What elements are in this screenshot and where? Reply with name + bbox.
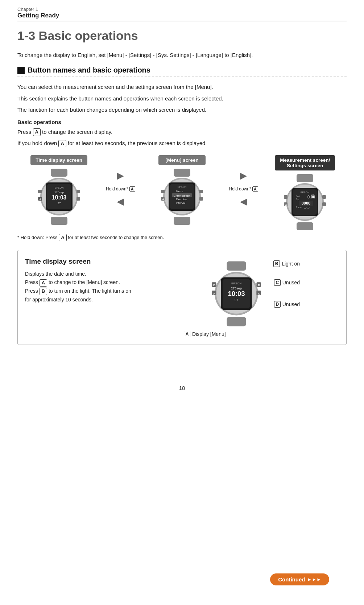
screen-item-menu: [Menu] screen EPSON Menu Chronograph Exe…	[140, 155, 223, 225]
continued-button[interactable]: Continued ►►►	[270, 573, 329, 585]
svg-rect-33	[297, 174, 313, 182]
svg-rect-11	[76, 197, 80, 201]
svg-text:275sep: 275sep	[54, 191, 64, 194]
info-box-title: Time display screen	[25, 258, 134, 266]
footnote: * Hold down: Press A for at least two se…	[17, 234, 347, 241]
basic-ops-label: Basic operations	[17, 119, 347, 125]
svg-text:D: D	[213, 283, 215, 287]
label-a-text: Display [Menu]	[192, 331, 226, 337]
svg-text:--'--": --'--"	[304, 206, 310, 210]
body-line-3: The function for each button changes dep…	[17, 105, 347, 115]
svg-rect-34	[297, 222, 313, 230]
svg-text:Chronograph: Chronograph	[174, 194, 191, 197]
svg-text:10:03: 10:03	[228, 290, 245, 297]
screen-item-measurement: Measurement screen/ Settings screen EPSO…	[264, 155, 347, 230]
press-a-line: Press A to change the screen display.	[17, 127, 347, 137]
svg-rect-53	[227, 261, 246, 270]
svg-text:EPSON: EPSON	[178, 186, 187, 188]
info-box-line-3: Press B to turn on the light. The light …	[25, 287, 134, 304]
breadcrumb-chapter: Chapter 1	[17, 7, 347, 12]
watch-time-display: EPSON 275sep 10:03 27 A	[36, 169, 83, 225]
svg-text:Menu: Menu	[176, 190, 183, 193]
info-box-right: EPSON 275sep 10:03 27 B C A D	[145, 258, 339, 337]
watch-menu-display: EPSON Menu Chronograph Exercise Interval…	[158, 169, 206, 225]
svg-text:Sp: Sp	[296, 198, 299, 201]
label-b-text: Light on	[282, 261, 300, 267]
continued-arrows-icon: ►►►	[307, 577, 321, 582]
svg-text:10:03: 10:03	[51, 194, 66, 201]
svg-text:Interval: Interval	[176, 201, 185, 205]
svg-text:B: B	[258, 283, 260, 287]
label-a: A Display [Menu]	[184, 331, 226, 337]
hold-btn-a-1: A	[129, 186, 135, 192]
continued-label: Continued	[278, 576, 305, 583]
svg-rect-0	[51, 169, 67, 177]
hold-btn-a-2: A	[252, 186, 258, 192]
info-box-line-2: Press A to change to the [Menu] screen.	[25, 278, 134, 287]
footnote-btn-a: A	[59, 234, 66, 241]
body-line-1: You can select the measurement screen an…	[17, 82, 347, 92]
svg-rect-17	[174, 217, 190, 225]
button-a-inline: A	[33, 128, 41, 136]
screen-label-menu: [Menu] screen	[158, 155, 206, 165]
arrow-area-1: ► Hold down* A ◀	[104, 155, 137, 207]
back-arrow-2: ◀	[240, 196, 247, 207]
svg-rect-50	[284, 195, 288, 199]
svg-text:A: A	[39, 198, 41, 201]
breadcrumb-title: Getting Ready	[17, 12, 347, 19]
hold-a-line: If you hold down A for at least two seco…	[17, 139, 347, 148]
svg-text:A: A	[213, 292, 215, 295]
svg-text:A: A	[285, 203, 287, 206]
body-line-2: This section explains the button names a…	[17, 94, 347, 103]
info-box-left: Time display screen Displays the date an…	[25, 258, 134, 304]
screen-label-time: Time display screen	[30, 155, 87, 165]
screen-diagram: Time display screen EPSON	[17, 155, 347, 230]
letter-c: C	[274, 279, 281, 286]
svg-text:EPSON: EPSON	[301, 191, 310, 194]
svg-text:C: C	[258, 292, 260, 295]
svg-text:27: 27	[235, 298, 238, 302]
svg-rect-48	[322, 195, 326, 199]
watch-measurement-display: EPSON Dist Sp 0.00 km 0000 Pace --'--" A	[281, 174, 328, 230]
hold-down-label-2: Hold down* A	[229, 186, 258, 192]
svg-rect-12	[38, 190, 42, 193]
svg-rect-49	[322, 202, 326, 206]
svg-text:Exercise: Exercise	[176, 198, 187, 201]
heading-square-icon	[17, 67, 25, 74]
svg-text:EPSON: EPSON	[231, 282, 241, 285]
svg-rect-10	[76, 190, 80, 193]
letter-a: A	[184, 331, 190, 337]
screen-item-time: Time display screen EPSON	[17, 155, 100, 225]
time-display-info-box: Time display screen Displays the date an…	[17, 250, 347, 345]
back-arrow-1: ◀	[117, 196, 124, 207]
watch-labeled-diagram: EPSON 275sep 10:03 27 B C A D	[184, 258, 300, 337]
page-number: 18	[179, 385, 185, 391]
label-d-text: Unused	[282, 301, 300, 307]
screen-label-measurement: Measurement screen/ Settings screen	[275, 155, 335, 170]
svg-text:Pace: Pace	[296, 206, 302, 209]
svg-text:0000: 0000	[302, 201, 310, 205]
label-b: B Light on	[273, 260, 300, 267]
info-box-line-1: Displays the date and time.	[25, 270, 134, 279]
arrow-area-2: ► Hold down* A ◀	[227, 155, 260, 207]
svg-rect-16	[174, 169, 190, 177]
section-heading-label: Button names and basic operations	[28, 66, 150, 74]
svg-text:EPSON: EPSON	[54, 186, 63, 189]
label-d: D Unused	[274, 301, 300, 308]
letter-b: B	[273, 260, 280, 267]
info-btn-a: A	[40, 279, 47, 287]
info-btn-b: B	[40, 288, 47, 295]
letter-d: D	[274, 301, 281, 308]
svg-rect-30	[161, 190, 165, 193]
label-c-text: Unused	[282, 280, 300, 285]
button-a-hold: A	[58, 140, 66, 147]
hold-down-label-1: Hold down* A	[106, 186, 135, 192]
label-c: C Unused	[274, 279, 300, 286]
svg-rect-28	[199, 190, 203, 193]
intro-text: To change the display to English, set [M…	[17, 51, 347, 59]
forward-arrow-1: ►	[115, 170, 126, 181]
svg-text:km: km	[311, 194, 315, 196]
page-title: 1-3 Basic operations	[17, 29, 347, 43]
svg-rect-29	[199, 197, 203, 201]
svg-text:27: 27	[57, 202, 61, 205]
